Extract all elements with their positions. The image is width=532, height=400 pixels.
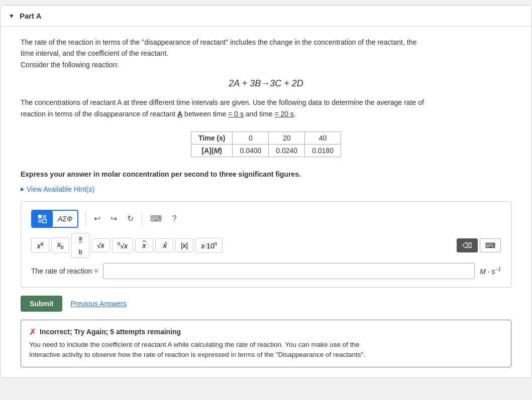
part-header: ▼ Part A bbox=[1, 6, 531, 27]
chemical-equation: 2A + 3B→3C + 2D bbox=[21, 78, 511, 89]
superscript-button[interactable]: xa bbox=[31, 238, 49, 253]
error-body: You need to include the coefficient of r… bbox=[29, 340, 503, 360]
rate-label: The rate of reaction = bbox=[31, 267, 98, 275]
greek-button[interactable]: ΑΣΦ bbox=[52, 212, 77, 226]
fraction-button[interactable]: a b bbox=[71, 233, 89, 258]
error-box: ✗ Incorrect; Try Again; 5 attempts remai… bbox=[21, 320, 511, 368]
keyboard-input-button[interactable]: ⌨ bbox=[480, 238, 501, 252]
hint-triangle-icon: ▶ bbox=[21, 186, 25, 192]
sqrt-button[interactable]: √x bbox=[91, 238, 110, 252]
subscript-button[interactable]: xb bbox=[51, 237, 69, 253]
hint-link[interactable]: ▶ View Available Hint(s) bbox=[21, 185, 511, 193]
previous-answers-button[interactable]: Previous Answers bbox=[70, 300, 126, 308]
cell-time-0: 0 bbox=[233, 131, 269, 144]
math-toolbar: ΑΣΦ ↩ ↪ ↻ ⌨ ? bbox=[31, 210, 501, 228]
toolbar-sep2 bbox=[142, 212, 142, 226]
undo-button[interactable]: ↩ bbox=[90, 211, 104, 226]
description: The rate of the reaction in terms of the… bbox=[21, 37, 511, 70]
keyboard-icon-btn[interactable]: ⌨ bbox=[146, 211, 166, 226]
cell-conc-40: 0.0180 bbox=[305, 144, 341, 157]
delete-button[interactable]: ⌫ bbox=[457, 238, 478, 252]
greek-label: ΑΣΦ bbox=[58, 215, 72, 223]
svg-rect-2 bbox=[38, 219, 42, 223]
desc-line1: The rate of the reaction in terms of the… bbox=[21, 38, 416, 46]
col-header-conc: [A](M) bbox=[191, 144, 233, 157]
conc-line1: The concentrations of reactant A at thre… bbox=[21, 98, 424, 106]
error-title: Incorrect; Try Again; 5 attempts remaini… bbox=[40, 328, 181, 336]
part-title: Part A bbox=[20, 12, 42, 20]
math-symbols-row: xa xb a b √x n√x x x̂ |x| x·10n ⌫ ⌨ bbox=[31, 233, 501, 258]
cell-conc-0: 0.0400 bbox=[233, 144, 269, 157]
actions-row: Submit Previous Answers bbox=[21, 296, 511, 312]
collapse-icon[interactable]: ▼ bbox=[9, 13, 15, 20]
toolbar-group-template: ΑΣΦ bbox=[31, 210, 78, 228]
desc-line2: time interval, and the coefficient of th… bbox=[21, 49, 168, 57]
cell-time-20: 20 bbox=[269, 131, 305, 144]
template-button[interactable] bbox=[32, 211, 52, 227]
abs-button[interactable]: |x| bbox=[175, 238, 193, 252]
svg-rect-3 bbox=[43, 219, 46, 223]
error-line1: You need to include the coefficient of r… bbox=[29, 341, 359, 348]
redo-button[interactable]: ↪ bbox=[107, 211, 121, 226]
help-button[interactable]: ? bbox=[168, 212, 180, 226]
data-table-wrap: Time (s) 0 20 40 [A](M) 0.0400 0.0240 0.… bbox=[21, 125, 511, 163]
cell-conc-20: 0.0240 bbox=[269, 144, 305, 157]
svg-rect-0 bbox=[38, 215, 42, 218]
error-header: ✗ Incorrect; Try Again; 5 attempts remai… bbox=[29, 327, 503, 337]
error-line2: interactive activity to observe how the … bbox=[29, 351, 365, 358]
answer-box: ΑΣΦ ↩ ↪ ↻ ⌨ ? xa xb a bbox=[21, 201, 511, 288]
rate-input[interactable] bbox=[103, 263, 475, 279]
concentration-text: The concentrations of reactant A at thre… bbox=[21, 97, 511, 119]
svg-rect-1 bbox=[43, 215, 46, 218]
submit-button[interactable]: Submit bbox=[21, 296, 62, 312]
data-table: Time (s) 0 20 40 [A](M) 0.0400 0.0240 0.… bbox=[191, 131, 341, 157]
refresh-button[interactable]: ↻ bbox=[123, 211, 138, 226]
hint-link-label: View Available Hint(s) bbox=[27, 185, 94, 193]
input-row: The rate of reaction = M · s−1 bbox=[31, 263, 501, 279]
conc-line2: reaction in terms of the disappearance o… bbox=[21, 110, 296, 118]
desc-line3: Consider the following reaction: bbox=[21, 61, 119, 69]
col-header-time: Time (s) bbox=[191, 131, 233, 144]
content-area: The rate of the reaction in terms of the… bbox=[1, 27, 531, 377]
overline-button[interactable]: x bbox=[135, 238, 153, 252]
error-icon: ✗ bbox=[29, 327, 36, 337]
hat-button[interactable]: x̂ bbox=[155, 238, 173, 252]
toolbar-sep1 bbox=[85, 212, 86, 226]
unit-label: M · s−1 bbox=[480, 266, 501, 276]
template-icon bbox=[37, 214, 47, 224]
nthroot-button[interactable]: n√x bbox=[112, 238, 133, 253]
sci-notation-button[interactable]: x·10n bbox=[195, 238, 223, 253]
instruction-text: Express your answer in molar concentrati… bbox=[21, 170, 511, 178]
cell-time-40: 40 bbox=[305, 131, 341, 144]
